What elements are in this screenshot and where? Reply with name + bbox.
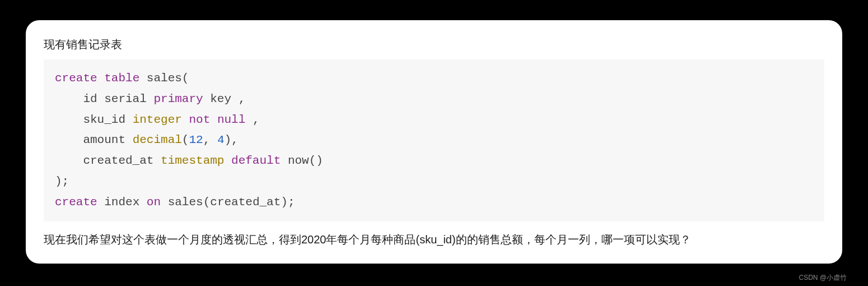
code-token [182,113,189,126]
code-token: not [189,113,210,126]
code-token: , [203,133,217,146]
code-token: create [55,72,97,85]
code-token: ( [182,133,189,146]
code-token: create [55,196,97,209]
code-token: decimal [133,133,182,146]
watermark: CSDN @小虚竹 [799,273,847,283]
code-token: id serial [55,93,153,105]
question-text: 现在我们希望对这个表做一个月度的透视汇总，得到2020年每个月每种商品(sku_… [44,229,824,250]
code-token: 4 [217,133,225,146]
code-token: , [245,113,259,126]
code-token: on [147,196,161,209]
code-token: ); [55,175,69,188]
code-token: default [231,154,281,167]
code-token: ), [225,133,239,146]
code-token: sku_id [55,113,133,126]
intro-text: 现有销售记录表 [44,36,824,53]
content-card: 现有销售记录表 create table sales( id serial pr… [26,20,842,264]
code-token: created_at [55,154,161,167]
code-token: integer [133,113,182,126]
code-token [224,154,231,167]
code-block: create table sales( id serial primary ke… [44,59,824,222]
code-token: table [104,72,139,85]
code-token: null [217,113,245,126]
code-token: 12 [189,133,203,146]
code-token: primary [153,93,203,105]
code-token: timestamp [161,154,224,167]
code-token: sales(created_at); [161,196,295,209]
code-token: index [97,196,147,209]
code-token: now() [281,154,323,167]
code-token [210,113,217,126]
code-token: amount [55,133,133,146]
code-token: sales( [139,72,189,85]
code-token: key , [203,93,246,105]
